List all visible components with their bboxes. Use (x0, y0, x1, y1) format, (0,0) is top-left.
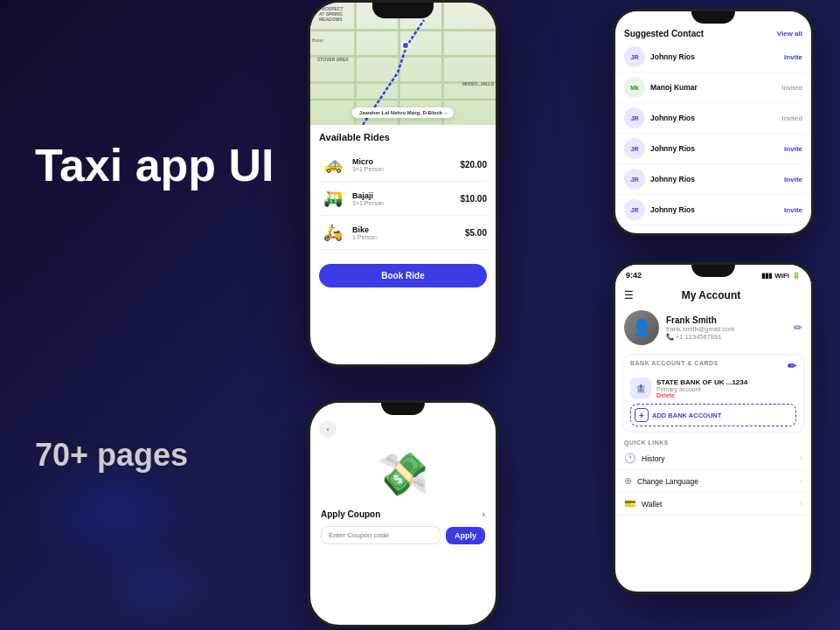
add-bank-button[interactable]: + ADD BANK ACCOUNT (630, 404, 796, 426)
bank-name: STATE BANK OF UK ...1234 (656, 378, 796, 386)
bank-delete-button[interactable]: Delete (656, 392, 796, 398)
bank-section-label: BANK ACCOUNT & CARDS (630, 360, 719, 372)
ride-icon: 🛵 (319, 220, 347, 245)
ride-price: $5.00 (465, 228, 487, 238)
add-plus-icon: + (635, 408, 649, 422)
ride-icon: 🚕 (319, 152, 347, 177)
contact-list-item: Mk Manoj Kumar Invited (615, 73, 811, 103)
app-title: Taxi app UI (35, 140, 274, 192)
contact-action-button: Invited (781, 84, 802, 92)
map-location-banner: Jawahar Lal Nehru Marg, D-Block › (352, 107, 454, 118)
ride-info: Bike 1 Person (352, 225, 460, 240)
contact-name: Johnny Rios (650, 175, 779, 183)
bank-info: STATE BANK OF UK ...1234 Primary account… (656, 378, 796, 398)
phone-coupon: ‹ 💸 Apply Coupon › Apply (308, 400, 498, 627)
app-subtitle: 70+ pages (35, 437, 274, 474)
route-svg (310, 3, 496, 125)
ride-info: Micro 3+1 Person (352, 157, 455, 172)
contact-action-button: Invited (781, 114, 802, 122)
bank-primary: Primary account (656, 386, 796, 392)
contact-list-item: JR Johnny Rios Invited (615, 103, 811, 134)
contact-action-button[interactable]: Invite (784, 176, 802, 183)
contact-list-item: JR Johnny Rios Invite (615, 42, 811, 73)
map-banner-text: Jawahar Lal Nehru Marg, D-Block (359, 110, 442, 115)
ride-list-item[interactable]: 🚕 Micro 3+1 Person $20.00 (319, 148, 487, 182)
quick-link-item[interactable]: ⊕ Change Language › (615, 470, 811, 493)
bank-icon: 🏦 (630, 377, 651, 398)
ride-list-item[interactable]: 🛵 Bike 1 Person $5.00 (319, 216, 487, 250)
map-banner-arrow: › (445, 110, 447, 115)
contact-avatar: Mk (624, 77, 645, 98)
hamburger-menu-icon[interactable]: ☰ (624, 289, 634, 301)
quick-links-title: QUICK LINKS (615, 436, 811, 447)
rides-list: 🚕 Micro 3+1 Person $20.00 🛺 Bajaji 3+1 P… (319, 148, 487, 250)
contact-name: Manoj Kumar (650, 83, 776, 92)
apply-coupon-button[interactable]: Apply (446, 527, 485, 544)
quick-link-label: Wallet (642, 500, 795, 509)
ride-price: $10.00 (460, 194, 487, 204)
back-icon: ‹ (327, 426, 330, 433)
notch-rides (372, 3, 434, 18)
back-button[interactable]: ‹ (319, 420, 337, 438)
contact-action-button[interactable]: Invite (784, 145, 802, 153)
book-ride-button[interactable]: Book Ride (319, 264, 487, 287)
ride-capacity: 3+1 Person (352, 166, 455, 172)
decorative-blob-2 (87, 543, 219, 630)
contact-action-button[interactable]: Invite (784, 53, 802, 61)
contact-list-item: JR Johnny Rios Invite (615, 195, 811, 225)
bank-section-title: BANK ACCOUNT & CARDS ✏ (630, 360, 796, 372)
coupon-illustration: 💸 (310, 443, 496, 506)
notch-coupon (381, 403, 425, 415)
contact-avatar: JR (624, 169, 645, 190)
quick-link-icon: 🕐 (624, 453, 636, 464)
ride-list-item[interactable]: 🛺 Bajaji 3+1 Person $10.00 (319, 182, 487, 216)
battery-icon: 🔋 (792, 272, 801, 280)
quick-link-chevron-icon: › (800, 500, 802, 508)
quick-links-list: 🕐 History › ⊕ Change Language › 💳 Wallet… (615, 447, 811, 516)
map-pin (401, 41, 410, 50)
quick-link-icon: 💳 (624, 498, 636, 509)
contact-avatar: JR (624, 46, 645, 67)
edit-bank-icon[interactable]: ✏ (788, 360, 797, 372)
quick-link-label: Change Language (637, 477, 795, 486)
contact-list-item: JR Johnny Rios Invite (615, 134, 811, 164)
contact-name: Johnny Rios (650, 52, 779, 61)
profile-name: Frank Smith (666, 315, 787, 325)
phone-account: 9:42 ▮▮▮ WiFi 🔋 ☰ My Account 👤 Frank Smi… (613, 262, 814, 594)
quick-link-icon: ⊕ (624, 475, 632, 487)
profile-phone-number: +1 1234567891 (676, 333, 721, 341)
profile-email: frank.smith@gmail.com (666, 325, 787, 333)
add-bank-label: ADD BANK ACCOUNT (652, 412, 721, 419)
notch-contacts (691, 11, 735, 24)
status-icons: ▮▮▮ WiFi 🔋 (761, 272, 801, 280)
wifi-icon: WiFi (774, 272, 789, 280)
edit-profile-icon[interactable]: ✏ (794, 322, 802, 334)
rides-header: Available Rides (319, 132, 487, 142)
ride-price: $20.00 (460, 160, 487, 170)
quick-link-label: History (642, 454, 795, 463)
phone-rides: PROSPECTAT SPRINGMEADOWS STOVER AREA MIS… (308, 0, 498, 367)
coupon-input-row: Apply (310, 523, 496, 551)
contacts-list: JR Johnny Rios Invite Mk Manoj Kumar Inv… (615, 42, 811, 225)
account-header: ☰ My Account (615, 284, 811, 305)
ride-icon: 🛺 (319, 186, 347, 211)
left-panel: Taxi app UI 70+ pages (35, 140, 274, 474)
profile-info: Frank Smith frank.smith@gmail.com 📞 +1 1… (666, 315, 787, 341)
contact-list-item: JR Johnny Rios Invite (615, 164, 811, 195)
contact-name: Johnny Rios (650, 144, 779, 153)
view-all-button[interactable]: View all (777, 30, 802, 38)
quick-link-chevron-icon: › (800, 454, 802, 462)
phone-contacts: Suggested Contact View all JR Johnny Rio… (613, 9, 814, 236)
ride-capacity: 3+1 Person (352, 200, 455, 206)
ride-name: Bajaji (352, 191, 455, 200)
contact-name: Johnny Rios (650, 205, 779, 214)
phone-icon: 📞 (666, 333, 674, 341)
contact-avatar: JR (624, 107, 645, 128)
quick-link-item[interactable]: 💳 Wallet › (615, 493, 811, 516)
rides-section: Available Rides 🚕 Micro 3+1 Person $20.0… (310, 125, 496, 257)
coupon-input[interactable] (321, 526, 441, 544)
ride-info: Bajaji 3+1 Person (352, 191, 455, 206)
quick-link-item[interactable]: 🕐 History › (615, 447, 811, 470)
ride-capacity: 1 Person (352, 234, 460, 240)
contact-action-button[interactable]: Invite (784, 206, 802, 214)
